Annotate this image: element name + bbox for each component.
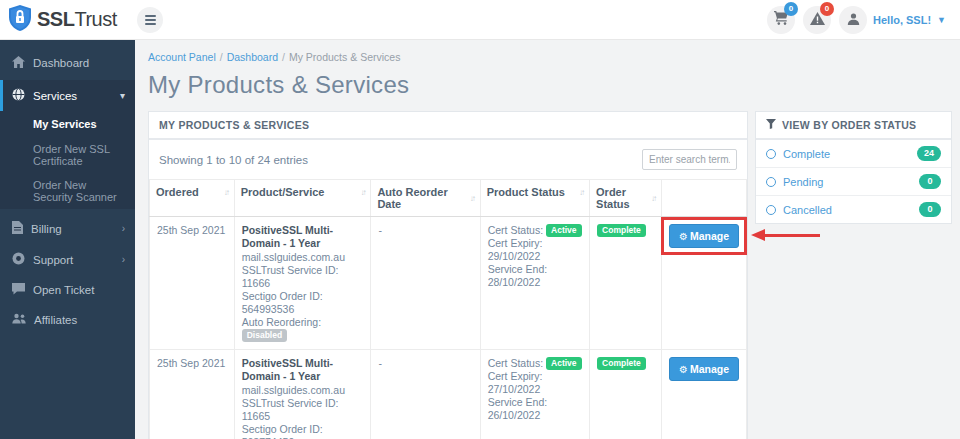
col-header-auto-reorder-date[interactable]: Auto Reorder Date↓↑ [371, 180, 480, 217]
manage-button[interactable]: ⚙Manage [669, 224, 739, 248]
product-domain: mail.sslguides.com.au [242, 251, 364, 264]
showing-entries-text: Showing 1 to 10 of 24 entries [159, 154, 308, 166]
sidebar-toggle-button[interactable] [137, 7, 163, 33]
col-header-ordered[interactable]: Ordered↓↑ [150, 180, 235, 217]
cert-status-label: Cert Status: [488, 224, 543, 236]
chevron-right-icon: › [122, 223, 125, 234]
sidebar: Dashboard Services ▾ My Services Order N… [0, 40, 135, 439]
sort-icon: ↓↑ [651, 194, 655, 203]
cert-expiry: Cert Expiry: 29/10/2022 [488, 237, 582, 263]
actions-cell: ⚙Manage [661, 350, 746, 439]
table-header-row: Ordered↓↑ Product/Service↓↑ Auto Reorder… [150, 180, 747, 217]
cert-expiry: Cert Expiry: 27/10/2022 [488, 370, 582, 396]
product-domain: mail.sslguides.com.au [242, 384, 364, 397]
actions-cell: ⚙Manage [661, 217, 746, 350]
sidebar-item-open-ticket[interactable]: Open Ticket [0, 275, 135, 305]
breadcrumb: Account Panel/Dashboard/My Products & Se… [148, 51, 952, 63]
top-nav: SSLTrust 0 0 Hello, [0, 0, 960, 40]
chevron-down-icon: ▾ [120, 90, 125, 101]
filter-complete[interactable]: Complete 24 [756, 140, 951, 168]
services-table: Ordered↓↑ Product/Service↓↑ Auto Reorder… [149, 179, 747, 439]
sidebar-subitem-order-scanner[interactable]: Order New Security Scanner [0, 173, 135, 209]
cart-button[interactable]: 0 [767, 6, 795, 34]
reorder-date-cell: - [371, 217, 480, 350]
sectigo-order-id: Sectigo Order ID: 563774450 [242, 423, 364, 439]
service-id: SSLTrust Service ID: 11665 [242, 397, 364, 423]
sort-icon: ↓↑ [579, 188, 583, 197]
circle-icon [766, 205, 776, 215]
order-status-panel-title: VIEW BY ORDER STATUS [782, 119, 916, 131]
sidebar-item-services[interactable]: Services ▾ [0, 80, 135, 111]
ordered-cell: 25th Sep 2021 [150, 350, 235, 439]
auto-reordering-badge: Disabled [242, 329, 287, 342]
count-badge: 0 [919, 174, 941, 189]
products-panel: MY PRODUCTS & SERVICES Showing 1 to 10 o… [148, 111, 748, 439]
users-icon [12, 313, 26, 326]
circle-icon [766, 149, 776, 159]
ordered-cell: 25th Sep 2021 [150, 217, 235, 350]
table-row: 25th Sep 2021 PositiveSSL Multi-Domain -… [150, 350, 747, 439]
count-badge: 0 [919, 202, 941, 217]
sort-icon: ↓↑ [360, 188, 364, 197]
auto-reordering-label: Auto Reordering: [242, 316, 321, 328]
order-status-badge: Complete [597, 224, 646, 237]
alerts-button[interactable]: 0 [803, 6, 831, 34]
product-name: PositiveSSL Multi-Domain - 1 Year [242, 357, 364, 383]
service-end: Service End: 26/10/2022 [488, 396, 582, 422]
product-status-cell: Cert Status: Active Cert Expiry: 27/10/2… [480, 350, 589, 439]
product-status-cell: Cert Status: Active Cert Expiry: 29/10/2… [480, 217, 589, 350]
product-cell: PositiveSSL Multi-Domain - 1 Year mail.s… [234, 217, 371, 350]
breadcrumb-dashboard[interactable]: Dashboard [227, 51, 278, 63]
cert-status-badge: Active [546, 357, 582, 370]
reorder-date-cell: - [371, 350, 480, 439]
col-header-product-status[interactable]: Product Status↓↑ [480, 180, 589, 217]
product-name: PositiveSSL Multi-Domain - 1 Year [242, 224, 364, 250]
alerts-count-badge: 0 [820, 2, 834, 16]
sectigo-order-id: Sectigo Order ID: 564993536 [242, 290, 364, 316]
sort-icon: ↓↑ [470, 194, 474, 203]
annotation-arrow-icon [751, 229, 765, 241]
breadcrumb-account-panel[interactable]: Account Panel [148, 51, 216, 63]
products-panel-header: MY PRODUCTS & SERVICES [149, 112, 747, 140]
sidebar-subitem-my-services[interactable]: My Services [0, 111, 135, 137]
user-avatar-icon [847, 12, 860, 28]
filter-cancelled[interactable]: Cancelled 0 [756, 196, 951, 223]
sidebar-subitem-order-ssl[interactable]: Order New SSL Certificate [0, 137, 135, 173]
page-title: My Products & Services [148, 71, 952, 99]
brand-logo[interactable]: SSLTrust [0, 5, 135, 34]
order-status-panel: VIEW BY ORDER STATUS Complete 24 Pending… [755, 111, 952, 224]
cert-status-badge: Active [546, 224, 582, 237]
sidebar-item-affiliates[interactable]: Affiliates [0, 305, 135, 334]
globe-icon [12, 88, 25, 103]
cert-status-label: Cert Status: [488, 357, 543, 369]
product-cell: PositiveSSL Multi-Domain - 1 Year mail.s… [234, 350, 371, 439]
search-input[interactable] [642, 149, 737, 170]
comment-icon [12, 283, 25, 297]
order-status-badge: Complete [597, 357, 646, 370]
user-greeting: Hello, SSL! [873, 14, 931, 26]
user-menu[interactable]: Hello, SSL! ▼ [839, 6, 946, 34]
manage-button[interactable]: ⚙Manage [669, 357, 739, 381]
col-header-product-service[interactable]: Product/Service↓↑ [234, 180, 371, 217]
table-row: 25th Sep 2021 PositiveSSL Multi-Domain -… [150, 217, 747, 350]
service-id: SSLTrust Service ID: 11666 [242, 264, 364, 290]
filter-pending[interactable]: Pending 0 [756, 168, 951, 196]
sidebar-item-billing[interactable]: Billing › [0, 213, 135, 244]
shield-lock-icon [9, 5, 31, 34]
gear-icon: ⚙ [679, 231, 688, 242]
life-ring-icon [12, 252, 25, 267]
sidebar-item-dashboard[interactable]: Dashboard [0, 48, 135, 78]
circle-icon [766, 177, 776, 187]
col-header-order-status[interactable]: Order Status↓↑ [590, 180, 662, 217]
chevron-down-icon: ▼ [937, 15, 946, 25]
sidebar-item-support[interactable]: Support › [0, 244, 135, 275]
col-header-actions [661, 180, 746, 217]
order-status-cell: Complete [590, 350, 662, 439]
file-icon [12, 221, 23, 236]
chevron-right-icon: › [122, 254, 125, 265]
cart-count-badge: 0 [784, 2, 798, 16]
service-end: Service End: 28/10/2022 [488, 263, 582, 289]
sort-icon: ↓↑ [224, 188, 228, 197]
count-badge: 24 [917, 146, 941, 161]
gear-icon: ⚙ [679, 364, 688, 375]
